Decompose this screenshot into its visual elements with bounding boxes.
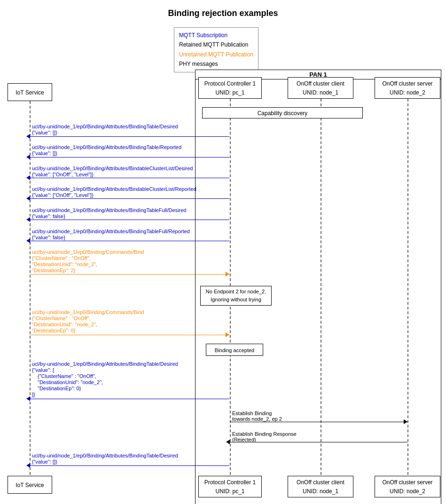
participant-iot-bottom: IoT Service [8,476,52,494]
msg8-label: ucl/by-unid/node_1/ep0/Binding/Commands/… [32,309,144,315]
msg8-sublabel: {"ClusterName" : "OnOff", [32,315,91,321]
legend-phy: PHY messages [179,59,253,69]
msg2-arrow-line [30,157,229,158]
msg4-sublabel: {"value": ["OnOff", "Level"]} [32,192,94,198]
msg11-arrow-line [230,442,407,442]
msg12-arrow-head [26,463,30,468]
msg7-label: ucl/by-unid/node_1/ep0/Binding/Commands/… [32,249,144,255]
participant-pc1-top: Protocol Controller 1UNID: pc_1 [198,77,262,99]
msg9-sublabel5: ]} [32,392,35,397]
msg9-label: ucl/by-unid/node_1/ep0/Binding/Attribute… [32,361,178,367]
legend-box: MQTT Subscription Retained MQTT Publicat… [174,27,258,72]
msg3-arrow-line [30,178,229,178]
lifeline-node1 [321,99,321,475]
msg7-arrow-head [226,272,229,276]
lifeline-node2 [407,99,408,475]
msg8-sublabel2: "DestinationUnid": "node_2", [32,322,97,327]
msg5-arrow-line [30,220,229,220]
page-title: Binding rejection examples [0,0,446,23]
participant-node1-bottom: OnOff cluster clientUNID: node_1 [288,476,353,497]
msg1-arrow-line [30,136,229,137]
msg5-arrow-head [26,217,30,222]
legend-unretained: Unretained MQTT Publication [179,50,253,59]
msg9-sublabel3: "DestinationUnid": "node_2", [38,379,103,385]
participant-node1-top: OnOff cluster clientUNID: node_1 [288,77,353,99]
participant-node2-top: OnOff cluster serverUNID: node_2 [375,77,440,99]
msg8-arrow-head [226,332,229,337]
msg4-arrow-head [26,196,30,201]
msg12-arrow-line [30,465,229,466]
binding-accepted-box: Binding accepted [206,344,263,356]
msg8-arrow-line [30,335,229,335]
capability-discovery-box: Capability discovery [202,107,363,118]
msg5-label: ucl/by-unid/node_1/ep0/Binding/Attribute… [32,207,186,213]
msg3-label: ucl/by-unid/node_1/ep0/Binding/Attribute… [32,165,193,171]
msg1-label: ucl/by-unid/node_1/ep0/Binding/Attribute… [32,124,178,129]
msg1-sublabel: {"value": []} [32,130,57,135]
msg9-arrow-head [26,396,30,401]
msg9-sublabel2: {"ClusterName" : "OnOff", [38,373,96,379]
msg7-arrow-line [30,274,229,275]
msg10-arrow-line [230,422,407,422]
participant-iot-top: IoT Service [8,83,52,101]
msg6-arrow-line [30,241,229,241]
msg3-arrow-head [26,175,30,180]
msg7-sublabel2: "DestinationUnid": "node_2", [32,261,97,267]
msg11-label: Establish Binding Response(Rejected) [232,431,297,442]
msg12-sublabel: {"value": []} [32,459,57,465]
msg6-label: ucl/by-unid/node_1/ep0/Binding/Attribute… [32,228,190,234]
msg6-arrow-head [26,238,30,243]
msg9-sublabel: {"value": [ [32,367,54,373]
msg4-arrow-line [30,198,229,199]
msg10-arrow-head [404,419,407,424]
msg7-sublabel: {"ClusterName" : "OnOff", [32,255,91,261]
msg1-arrow-head [26,134,30,139]
msg6-sublabel: {"value": false} [32,235,65,240]
participant-pc1-bottom: Protocol Controller 1UNID: pc_1 [198,476,262,497]
msg12-label: ucl/by-unid/node_1/ep0/Binding/Attribute… [32,453,178,458]
msg4-label: ucl/by-unid/node_1/ep0/Binding/Attribute… [32,186,196,192]
msg5-sublabel: {"value": false} [32,213,65,219]
msg9-arrow-line [30,399,229,399]
msg8-sublabel3: "DestinationEp": 0} [32,328,75,333]
msg10-label: Establish Bindingtowards node_2, ep 2 [232,410,282,422]
msg3-sublabel: {"value": ["OnOff", "Level"]} [32,172,94,177]
participant-node2-bottom: OnOff cluster serverUNID: node_2 [375,476,440,497]
legend-retained: Retained MQTT Publication [179,40,253,49]
msg11-arrow-head [226,440,230,444]
msg7-sublabel3: "DestinationEp": 2} [32,268,75,273]
msg9-sublabel4: "DestinationEp": 0} [38,386,81,391]
legend-mqtt: MQTT Subscription [179,31,253,40]
msg2-label: ucl/by-unid/node_1/ep0/Binding/Attribute… [32,144,181,150]
msg2-sublabel: {"value": []} [32,150,57,156]
msg2-arrow-head [26,155,30,159]
note1-box: No Endpoint 2 for node_2.Ignoring withou… [200,286,272,306]
